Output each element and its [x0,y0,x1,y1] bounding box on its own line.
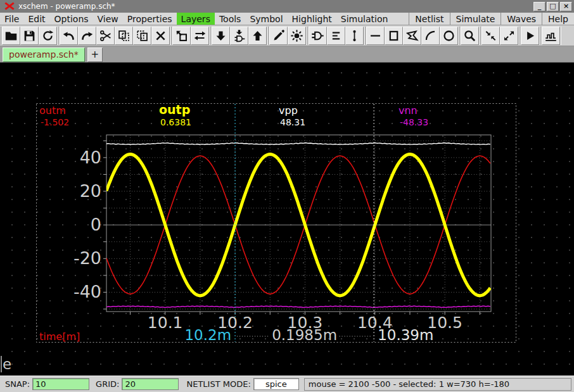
circle-button[interactable] [440,27,458,45]
colorscheme-icon [290,29,303,42]
menu-symbol[interactable]: Symbol [245,13,287,25]
brush-button[interactable] [269,27,288,45]
menu-tools[interactable]: Tools [215,13,246,25]
colorscheme-button[interactable] [288,27,306,45]
y-tick-label: -20 [73,248,101,268]
reload-button[interactable] [39,27,57,45]
series-vpp [106,143,490,145]
descend-symbol-icon [233,29,246,42]
polygon-icon [405,29,419,42]
menu-edit[interactable]: Edit [23,13,49,25]
waves-button[interactable] [542,27,560,45]
toolbar-group [210,27,268,45]
netlist-mode-value[interactable]: spice [253,378,299,390]
maximize-button[interactable]: □ [547,2,559,11]
close-button[interactable]: × [560,2,572,11]
xschem-window: xschem - poweramp.sch* _□× FileEditOptio… [0,0,574,392]
x-tick-label: 10.1 [148,313,183,332]
swap-button[interactable] [191,27,209,45]
legend-vnn-value: -48.33 [400,117,428,127]
grid-input[interactable]: 20 [122,378,179,390]
waveform-graph[interactable]: outm-1.502outp0.6381vpp48.31vnn-48.3310.… [36,103,516,343]
legend-vpp: vpp [279,104,298,117]
open-folder-icon [4,29,18,42]
brush-icon [272,29,285,42]
xschem-logo-icon [4,2,15,11]
reload-icon [41,29,54,42]
paste-button[interactable] [133,27,151,45]
tab-poweramp[interactable]: poweramp.sch* [3,47,85,62]
legend-outm-value: -1.502 [41,117,69,127]
toolbar-group [58,27,171,45]
cursor-a-readout: 10.2m [184,327,231,343]
arc-button[interactable] [421,27,440,45]
menu-layers[interactable]: Layers [177,13,215,25]
canvas-stray-text: e [1,356,11,372]
save-icon [23,29,36,42]
rect-button[interactable] [385,27,403,45]
zoom-in-icon [484,29,497,42]
menu-simulate[interactable]: Simulate [450,13,501,25]
titlebar: xschem - poweramp.sch* _□× [0,0,574,13]
undo-button[interactable] [60,27,78,45]
push-down-button[interactable] [212,27,230,45]
polygon-button[interactable] [403,27,421,45]
new-tab-button[interactable]: + [87,47,103,62]
minimize-button[interactable]: _ [533,2,545,11]
mouse-info: mouse = 2100 -500 - selected: 1 w=730 h=… [304,378,571,391]
menu-netlist[interactable]: Netlist [409,13,449,25]
legend-vnn: vnn [399,104,418,117]
y-tick-label: -40 [73,282,101,301]
menu-simulation[interactable]: Simulation [336,13,393,25]
redo-button[interactable] [78,27,96,45]
grid-label: GRID: [96,379,119,389]
netlist-icon [329,29,343,42]
statusbar: SNAP: 10 GRID: 20 NETLIST MODE: spice mo… [0,376,574,392]
legend-outp: outp [159,103,190,117]
menubar: FileEditOptionsViewPropertiesLayersTools… [0,13,574,25]
cut-button[interactable] [96,27,115,45]
undo-icon [62,29,75,42]
copy-icon [117,29,131,42]
menu-waves[interactable]: Waves [501,13,542,25]
zoom-full-icon [502,29,516,42]
menu-options[interactable]: Options [50,13,93,25]
y-tick-label: 20 [80,181,101,201]
menu-view[interactable]: View [93,13,123,25]
zoom-full-button[interactable] [500,27,518,45]
tabbar: poweramp.sch* + [0,46,574,63]
zoom-box-button[interactable] [461,27,479,45]
zoom-box-icon [463,29,476,42]
go-back-button[interactable] [172,27,191,45]
menu-properties[interactable]: Properties [123,13,177,25]
toolbar-group [171,27,210,45]
netlist-button[interactable] [327,27,345,45]
insert-symbol-button[interactable] [309,27,327,45]
simulate-button[interactable] [521,27,539,45]
line-button[interactable] [366,27,385,45]
push-down-icon [214,29,227,42]
schematic-canvas[interactable]: outm-1.502outp0.6381vpp48.31vnn-48.3310.… [0,63,574,376]
delete-button[interactable] [151,27,170,45]
go-up-button[interactable] [248,27,267,45]
copy-button[interactable] [115,27,133,45]
waves-icon [544,29,558,42]
snap-input[interactable]: 10 [32,378,89,390]
zoom-in-button[interactable] [482,27,500,45]
save-button[interactable] [20,27,39,45]
menu-highlight[interactable]: Highlight [288,13,336,25]
wire-button[interactable] [345,27,364,45]
delete-icon [154,29,167,42]
toolbar-group [268,27,307,45]
descend-symbol-button[interactable] [230,27,248,45]
series-vnn [106,306,490,307]
menu-help[interactable]: Help [542,13,574,25]
toolbar-group [459,27,480,45]
open-folder-button[interactable] [2,27,20,45]
cursor-delta-readout: 0.1985m [272,327,337,343]
toolbar-group [520,27,540,45]
menu-file[interactable]: File [0,13,23,25]
toolbar-group [1,27,58,45]
cursor-b-readout: 10.39m [378,327,433,343]
window-title: xschem - poweramp.sch* [18,2,532,11]
